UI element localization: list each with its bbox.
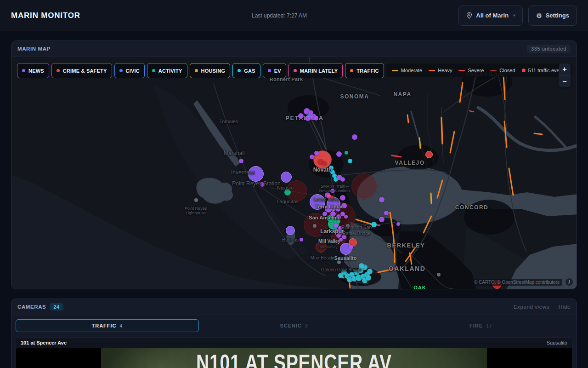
map-basemap (11, 57, 577, 289)
map-marker[interactable] (396, 222, 400, 226)
map-zoom-control: + − (559, 63, 571, 87)
filter-chip-crime-safety[interactable]: CRIME & SAFETY (51, 63, 112, 78)
map-marker[interactable] (379, 197, 384, 202)
map-label: Muir Beach (311, 255, 334, 260)
map-attribution: © CARTO, © OpenStreetMap contributors i (471, 278, 573, 286)
map-marker[interactable] (379, 217, 384, 222)
map-marker[interactable] (367, 269, 373, 274)
filter-chip-ev[interactable]: EV (263, 63, 286, 78)
map-marker[interactable] (281, 172, 292, 183)
map-marker[interactable] (348, 159, 352, 163)
map-marker[interactable] (310, 155, 314, 159)
map-label: Tomales (220, 119, 238, 124)
map-marker[interactable] (338, 273, 344, 278)
map-marker[interactable] (349, 245, 353, 249)
map-marker[interactable] (286, 226, 295, 235)
cameras-panel: CAMERAS 24 Expand views Hide TRAFFIC4SCE… (11, 299, 577, 368)
camera-tabs: TRAFFIC4SCENIC3FIRE17 (11, 315, 577, 334)
filter-chip-gas[interactable]: GAS (232, 63, 260, 78)
map-marker[interactable] (322, 161, 327, 166)
map-marker[interactable] (336, 151, 342, 157)
map-marker[interactable] (314, 151, 319, 155)
map-label: Bolinas (282, 237, 299, 242)
filter-chip-housing[interactable]: HOUSING (190, 63, 231, 78)
map-label: OAKLAND (389, 265, 426, 272)
map-panel: MARIN MAP 335 unlocated Rohnert ParkSONO… (11, 40, 577, 289)
camera-tab-traffic[interactable]: TRAFFIC4 (16, 319, 199, 332)
filter-chip-activity[interactable]: ACTIVITY (147, 63, 187, 78)
map-marker[interactable] (300, 238, 303, 242)
map-marker[interactable] (425, 151, 433, 158)
camera-location: Sausalito (547, 340, 567, 345)
attribution-text: © CARTO, © OpenStreetMap contributors (471, 279, 562, 286)
map-marker[interactable] (344, 215, 348, 218)
camera-tab-fire[interactable]: FIRE17 (389, 319, 572, 332)
map-label: Richmond-San (341, 225, 372, 230)
camera-tab-count: 3 (305, 323, 308, 328)
filter-chip-label: HOUSING (201, 68, 226, 74)
zoom-in-button[interactable]: + (559, 63, 571, 75)
map-label: Nicasio (277, 185, 294, 190)
map-marker[interactable] (352, 134, 357, 140)
filter-dot-icon (152, 69, 155, 72)
cameras-count-badge: 24 (50, 303, 63, 310)
settings-button[interactable]: ⚙ Settings (528, 6, 577, 26)
map-marker[interactable] (437, 273, 441, 276)
app-title: MARIN MONITOR (11, 11, 80, 20)
filter-dot-icon (237, 69, 241, 72)
traffic-legend: ModerateHeavySevereClosed511 traffic eve… (386, 63, 572, 77)
filter-chip-label: EV (274, 68, 281, 74)
map-label: Novato (313, 167, 332, 173)
map-label: CONCORD (455, 204, 489, 211)
map-marker[interactable] (340, 195, 345, 201)
map-canvas[interactable]: Rohnert ParkSONOMANAPAVACAVILLEPETALUMAV… (11, 57, 577, 289)
filter-dot-icon (294, 69, 297, 72)
map-marker[interactable] (313, 224, 317, 228)
map-label: Marshall (224, 150, 244, 156)
map-marker[interactable] (337, 260, 341, 264)
map-marker[interactable] (298, 113, 304, 119)
expand-views-link[interactable]: Expand views (514, 304, 549, 310)
filter-chip-label: CIVIC (126, 68, 140, 74)
zoom-out-button[interactable]: − (559, 75, 571, 87)
filter-chip-label: GAS (244, 68, 255, 74)
filter-chip-civic[interactable]: CIVIC (114, 63, 145, 78)
unlocated-badge: 335 unlocated (527, 45, 571, 53)
map-marker[interactable] (371, 222, 377, 227)
map-marker[interactable] (239, 159, 243, 163)
camera-tab-scenic[interactable]: SCENIC3 (203, 319, 386, 332)
map-label: Point Reyes (185, 206, 207, 211)
hide-link[interactable]: Hide (559, 304, 571, 310)
map-filter-chips: NEWSCRIME & SAFETYCIVICACTIVITYHOUSINGGA… (17, 63, 384, 78)
map-marker[interactable] (351, 173, 377, 199)
map-marker[interactable] (194, 198, 198, 202)
map-label: BERKELEY (387, 242, 425, 249)
filter-chip-label: MARIN LATELY (300, 68, 338, 74)
camera-feed[interactable]: N101 AT SPENCER AV (16, 348, 572, 368)
filter-chip-marin-lately[interactable]: MARIN LATELY (288, 63, 343, 78)
map-label: Terra Linda (315, 204, 342, 209)
map-marker[interactable] (366, 275, 371, 281)
map-marker[interactable] (345, 151, 348, 155)
legend-item: Moderate (392, 68, 422, 73)
legend-item: Severe (458, 68, 484, 73)
region-selector-button[interactable]: All of Marin ▾ (458, 6, 523, 26)
map-label: Rafael Bridge (343, 231, 371, 236)
filter-chip-news[interactable]: NEWS (17, 63, 49, 78)
settings-label: Settings (546, 12, 569, 19)
map-label: Mill Valley (318, 239, 340, 244)
map-marker[interactable] (309, 110, 313, 115)
region-selector-label: All of Marin (476, 12, 509, 19)
filter-chip-traffic[interactable]: TRAFFIC (345, 63, 384, 78)
map-label: Tam Valley (317, 245, 337, 249)
info-icon[interactable]: i (565, 278, 573, 286)
map-marker[interactable] (334, 223, 338, 228)
map-marker[interactable] (314, 116, 318, 121)
filter-dot-icon (350, 69, 353, 72)
map-marker[interactable] (384, 211, 389, 215)
map-panel-title: MARIN MAP (17, 46, 51, 52)
map-marker[interactable] (340, 177, 345, 182)
last-updated: Last updated: 7:27 AM (252, 12, 307, 19)
filter-chip-label: TRAFFIC (356, 68, 379, 74)
map-label: Lighthouse (186, 211, 206, 215)
